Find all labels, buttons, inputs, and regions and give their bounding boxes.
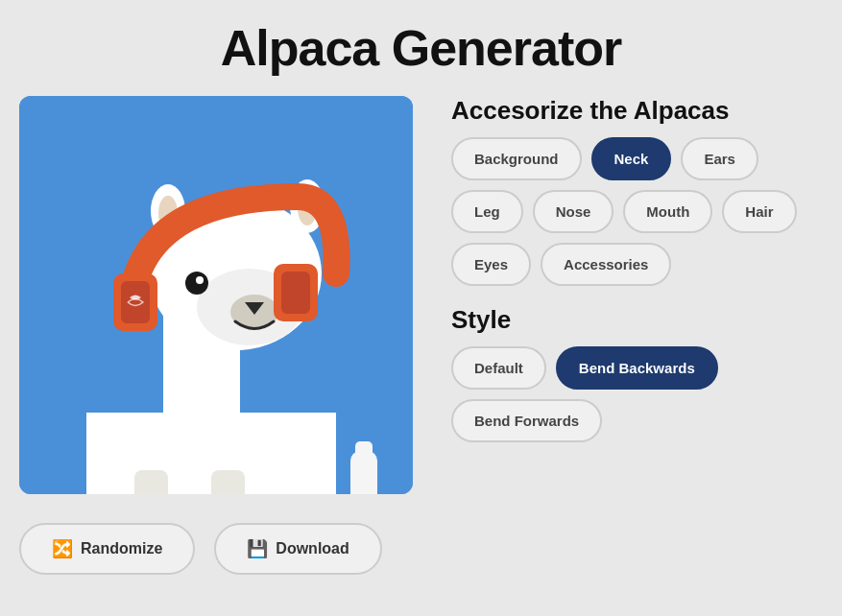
btn-accessories[interactable]: Accessories [541, 243, 671, 286]
btn-leg[interactable]: Leg [451, 190, 523, 233]
style-section: Style Default Bend Backwards Bend Forwar… [451, 305, 823, 442]
svg-rect-16 [281, 272, 310, 314]
btn-bend-forwards[interactable]: Bend Forwards [451, 399, 602, 442]
accessorize-title: Accesorize the Alpacas [451, 96, 823, 126]
svg-point-11 [196, 276, 204, 284]
style-title: Style [451, 305, 823, 335]
svg-rect-20 [134, 470, 168, 494]
btn-background[interactable]: Background [451, 137, 582, 180]
randomize-button[interactable]: 🔀 Randomize [19, 523, 195, 575]
main-content: Accesorize the Alpacas Background Neck E… [19, 96, 823, 494]
download-button[interactable]: 💾 Download [214, 523, 381, 575]
svg-rect-21 [211, 470, 245, 494]
randomize-icon: 🔀 [52, 538, 73, 559]
download-icon: 💾 [247, 538, 268, 559]
svg-point-10 [185, 272, 208, 295]
btn-default[interactable]: Default [451, 346, 546, 390]
download-label: Download [276, 540, 349, 557]
bottom-bar: 🔀 Randomize 💾 Download [19, 523, 823, 575]
btn-nose[interactable]: Nose [533, 190, 614, 233]
style-button-grid: Default Bend Backwards Bend Forwards [451, 346, 823, 442]
page-title: Alpaca Generator [221, 19, 622, 77]
accessorize-section: Accesorize the Alpacas Background Neck E… [451, 96, 823, 286]
svg-rect-19 [355, 441, 373, 459]
btn-bend-backwards[interactable]: Bend Backwards [556, 346, 718, 390]
btn-eyes[interactable]: Eyes [451, 243, 531, 286]
btn-ears[interactable]: Ears [681, 137, 758, 180]
randomize-label: Randomize [81, 540, 162, 557]
btn-neck[interactable]: Neck [591, 137, 672, 180]
accessorize-button-grid: Background Neck Ears Leg Nose Mouth Hair… [451, 137, 823, 286]
alpaca-illustration [19, 96, 413, 494]
controls-panel: Accesorize the Alpacas Background Neck E… [451, 96, 823, 442]
btn-mouth[interactable]: Mouth [623, 190, 712, 233]
btn-hair[interactable]: Hair [722, 190, 796, 233]
alpaca-canvas [19, 96, 413, 494]
